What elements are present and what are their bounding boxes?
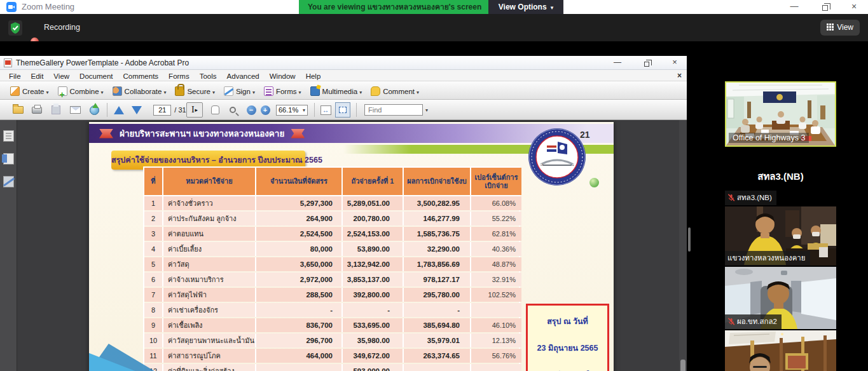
table-cell: 11 (144, 349, 162, 363)
security-shield-icon[interactable] (8, 20, 22, 36)
arrow-up-icon (114, 106, 124, 114)
table-cell: 80,000 (256, 242, 341, 256)
pages-panel-icon[interactable] (3, 130, 14, 142)
menu-window[interactable]: Window (265, 71, 301, 82)
marquee-zoom-button[interactable] (225, 100, 240, 120)
table-cell: ค่าตอบแทน (163, 227, 255, 241)
save-icon (52, 105, 60, 114)
video-tile-sakon2[interactable]: ผอ.ขท.สกล2 (725, 267, 836, 329)
video-tile-office-of-highways-3[interactable]: Office of Highways 3 (725, 81, 836, 147)
table-cell: 5,297,300 (256, 196, 341, 210)
save-button[interactable] (48, 100, 64, 120)
table-cell: 1 (144, 196, 162, 210)
minimize-button[interactable]: — (783, 0, 805, 14)
collaborate-icon (113, 86, 122, 96)
forms-icon (264, 86, 273, 96)
fit-width-button[interactable]: ↔ (318, 100, 333, 120)
menu-tools[interactable]: Tools (195, 71, 222, 82)
table-cell: 464,000 (256, 349, 341, 363)
shared-screen-stage: ThemeGallery PowerTemplate - Adobe Acrob… (0, 41, 868, 371)
view-options-button[interactable]: View Options▾ (488, 0, 563, 14)
menu-advanced[interactable]: Advanced (222, 71, 265, 82)
email-button[interactable] (67, 100, 83, 120)
chevron-down-icon[interactable]: ▾ (425, 107, 428, 113)
zoom-in-button[interactable]: + (258, 100, 272, 120)
table-cell: 533,695.00 (343, 318, 403, 332)
menu-forms[interactable]: Forms (163, 71, 195, 82)
video-tile-sthl3[interactable]: สทล3.(NB) สทล3.(NB) (725, 148, 836, 205)
menu-file[interactable]: File (4, 71, 26, 82)
scrollbar-thumb[interactable] (680, 360, 685, 371)
divider (356, 103, 357, 117)
find-input[interactable] (364, 104, 423, 116)
restore-button[interactable] (814, 0, 836, 14)
select-tool-button[interactable]: I▸ (186, 102, 203, 118)
fit-page-button[interactable] (335, 102, 350, 118)
table-cell: 5,289,051.00 (343, 196, 403, 210)
print-button[interactable] (29, 100, 45, 120)
tool-label: Sign (236, 88, 251, 95)
sign-button[interactable]: Sign▾ (224, 81, 255, 100)
meeting-toolbar: Recording View (0, 14, 868, 41)
menu-view[interactable]: View (48, 71, 74, 82)
table-cell (471, 303, 521, 317)
wood-room-video (725, 330, 836, 371)
column-header: ถัวจ่ายครั้งที่ 1 (343, 168, 403, 195)
combine-button[interactable]: Combine▾ (58, 81, 104, 100)
table-cell (471, 364, 521, 371)
view-button[interactable]: View (820, 20, 860, 36)
table-cell: 263,374.65 (404, 349, 470, 363)
upload-button[interactable] (86, 100, 102, 120)
share-banner: You are viewing แขวงทางหลวงหนองคาย's scr… (299, 0, 490, 14)
open-button[interactable] (10, 100, 25, 120)
close-button[interactable]: × (843, 0, 865, 14)
chevron-down-icon: ▾ (299, 90, 301, 95)
bookmarks-panel-icon[interactable] (3, 153, 14, 165)
chevron-down-icon: ▾ (252, 90, 255, 95)
acrobat-nav-toolbar: / 31 I▸ − + 66.1%▾ ↔ ▾ (0, 100, 687, 120)
acrobat-close-button[interactable]: × (663, 56, 687, 70)
zoom-level-select[interactable]: 66.1%▾ (276, 105, 308, 116)
table-cell: 1,585,736.75 (404, 227, 470, 241)
table-row: 8ค่าเช่าเครื่องจักร--- (144, 303, 519, 317)
video-tile-nongkhai[interactable]: แขวงทางหลวงหนองคาย (725, 206, 836, 266)
table-cell: 66.08% (471, 196, 521, 210)
multimedia-button[interactable]: Multimedia▾ (310, 81, 362, 100)
menu-help[interactable]: Help (301, 71, 326, 82)
fit-page-icon (339, 107, 347, 113)
acrobat-scrollbar[interactable] (679, 120, 687, 371)
collaborate-button[interactable]: Collaborate▾ (113, 81, 167, 100)
menu-document[interactable]: Document (74, 71, 118, 82)
zoom-window-title: Zoom Meeting (22, 0, 74, 14)
next-page-button[interactable] (128, 100, 145, 120)
page-number-input[interactable] (153, 105, 171, 116)
forms-button[interactable]: Forms▾ (264, 81, 301, 100)
participant-name-chip: แขวงทางหลวงหนองคาย (725, 251, 810, 266)
table-cell: 2 (144, 212, 162, 226)
table-cell: 392,800.00 (343, 288, 403, 302)
acrobat-minimize-button[interactable]: — (605, 56, 630, 70)
signatures-panel-icon[interactable] (3, 176, 14, 187)
document-close-icon[interactable]: × (677, 70, 682, 81)
table-row: 11ค่าสาธารณูปโภค464,000349,672.00263,374… (144, 349, 519, 363)
hand-tool-button[interactable] (207, 100, 223, 120)
table-cell: 32,290.00 (404, 242, 470, 256)
table-cell: 593,000.00 (343, 364, 403, 371)
menu-comments[interactable]: Comments (118, 71, 164, 82)
previous-page-button[interactable] (111, 100, 127, 120)
table-row: 4ค่าเบี้ยเลี้ยง80,00053,890.0032,290.004… (144, 242, 519, 256)
comment-button[interactable]: Comment▾ (371, 81, 419, 100)
table-row: 6ค่าจ้างเหมาบริการ2,972,0003,853,137.009… (144, 273, 519, 287)
secure-button[interactable]: Secure▾ (175, 81, 214, 100)
sidebar-scrollbar-thumb[interactable] (688, 227, 691, 252)
pdf-slide: ฝ่ายบริหารสะพานฯ แขวงทางหลวงหนองคาย สรุป… (89, 122, 614, 371)
video-tile-wood-office[interactable] (725, 330, 836, 371)
table-cell: 10 (144, 334, 162, 347)
participant-name-chip: สทล3.(NB) (725, 191, 776, 205)
table-cell: 3,500,282.95 (404, 196, 470, 210)
create-button[interactable]: Create▾ (10, 81, 49, 100)
acrobat-restore-button[interactable] (635, 56, 659, 70)
menu-edit[interactable]: Edit (26, 71, 49, 82)
zoom-out-button[interactable]: − (244, 100, 258, 120)
table-cell: ค่าประกันสังคม ลูกจ้างชั่วคราว (163, 212, 255, 226)
